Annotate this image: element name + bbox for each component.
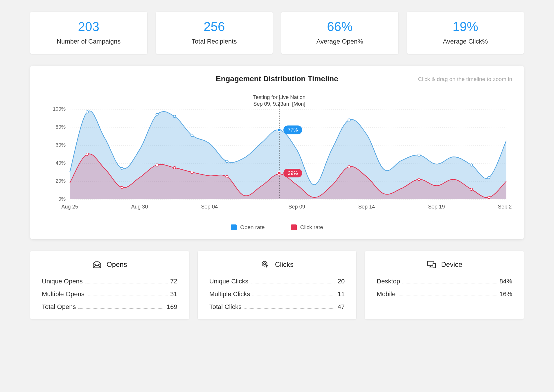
stat-card-campaigns: 203 Number of Campaigns	[30, 12, 147, 54]
row-label: Desktop	[377, 278, 400, 285]
svg-text:20%: 20%	[56, 178, 66, 184]
svg-text:77%: 77%	[288, 127, 298, 133]
stat-card-click-rate: 19% Average Click%	[407, 12, 524, 54]
row-value: 72	[170, 278, 177, 285]
card-title: Clicks	[275, 260, 294, 269]
legend-swatch-click	[291, 224, 297, 230]
chart-hint: Click & drag on the timeline to zoom in	[418, 76, 512, 82]
stat-value: 256	[159, 20, 270, 34]
row-value: 31	[170, 290, 177, 298]
stat-label: Total Recipients	[159, 38, 270, 45]
svg-text:Sep 19: Sep 19	[428, 204, 445, 210]
svg-point-27	[348, 166, 350, 168]
legend-label: Click rate	[300, 224, 323, 231]
svg-point-21	[191, 171, 193, 173]
svg-text:100%: 100%	[53, 106, 66, 112]
row-value: 20	[338, 278, 345, 285]
clicks-multiple: Multiple Clicks 11	[209, 290, 345, 298]
svg-text:Sep 09, 9:23am [Mon]: Sep 09, 9:23am [Mon]	[253, 101, 305, 107]
opens-multiple: Multiple Opens 31	[42, 290, 177, 298]
svg-text:0%: 0%	[58, 196, 66, 202]
row-label: Unique Opens	[42, 278, 83, 285]
device-mobile: Mobile 16%	[377, 290, 512, 298]
opens-unique: Unique Opens 72	[42, 278, 177, 285]
row-label: Unique Clicks	[209, 278, 249, 285]
engagement-chart[interactable]: 0%20%40%60%80%100%Aug 25Aug 30Sep 04Sep …	[42, 92, 512, 217]
svg-text:Aug 30: Aug 30	[131, 204, 148, 210]
card-title: Device	[441, 260, 462, 269]
device-desktop: Desktop 84%	[377, 278, 512, 285]
legend-label: Open rate	[240, 224, 265, 231]
chart-legend: Open rate Click rate	[42, 224, 512, 231]
svg-text:Testing for Live Nation: Testing for Live Nation	[253, 94, 305, 100]
detail-row: Opens Unique Opens 72 Multiple Opens 31 …	[30, 251, 524, 319]
svg-point-12	[86, 111, 89, 113]
svg-text:Sep 09: Sep 09	[288, 204, 305, 210]
row-value: 11	[338, 290, 345, 298]
engagement-chart-card: Engagement Distribution Timeline Click &…	[30, 66, 524, 239]
svg-text:Sep 04: Sep 04	[201, 204, 218, 210]
svg-point-31	[470, 188, 473, 190]
svg-text:Aug 25: Aug 25	[61, 204, 78, 210]
svg-point-51	[264, 263, 266, 265]
stat-label: Average Click%	[410, 38, 521, 45]
svg-point-28	[418, 154, 420, 156]
row-label: Mobile	[377, 290, 395, 298]
cursor-click-icon	[260, 260, 270, 269]
svg-point-45	[278, 172, 281, 175]
opens-total: Total Opens 169	[42, 303, 177, 311]
stat-label: Average Open%	[284, 38, 395, 45]
svg-text:Sep 14: Sep 14	[358, 204, 375, 210]
stat-value: 19%	[410, 20, 521, 34]
svg-point-13	[86, 153, 89, 155]
row-value: 169	[167, 303, 177, 311]
envelope-open-icon	[92, 260, 102, 269]
legend-swatch-open	[231, 224, 237, 230]
clicks-card: Clicks Unique Clicks 20 Multiple Clicks …	[198, 251, 357, 319]
svg-point-33	[488, 196, 490, 199]
row-value: 16%	[499, 290, 512, 298]
stat-label: Number of Campaigns	[33, 38, 144, 45]
legend-open-rate[interactable]: Open rate	[231, 224, 265, 231]
svg-text:29%: 29%	[288, 171, 298, 176]
stat-value: 203	[33, 20, 144, 34]
svg-text:80%: 80%	[56, 124, 66, 130]
stats-row: 203 Number of Campaigns 256 Total Recipi…	[30, 12, 524, 54]
svg-rect-53	[433, 263, 436, 268]
svg-point-19	[173, 167, 176, 169]
row-label: Total Opens	[42, 303, 76, 311]
row-value: 84%	[499, 278, 512, 285]
svg-point-23	[226, 176, 228, 178]
clicks-unique: Unique Clicks 20	[209, 278, 345, 285]
clicks-total: Total Clicks 47	[209, 303, 345, 311]
svg-text:Sep 24: Sep 24	[498, 204, 512, 210]
opens-card: Opens Unique Opens 72 Multiple Opens 31 …	[30, 251, 189, 319]
svg-point-14	[121, 168, 123, 170]
svg-text:60%: 60%	[56, 142, 66, 148]
chart-title: Engagement Distribution Timeline	[216, 74, 338, 83]
svg-point-22	[226, 160, 228, 163]
devices-icon	[427, 260, 436, 269]
stat-card-open-rate: 66% Average Open%	[281, 12, 398, 54]
svg-point-17	[156, 164, 159, 166]
svg-point-16	[156, 114, 159, 116]
row-label: Multiple Clicks	[209, 290, 250, 298]
legend-click-rate[interactable]: Click rate	[291, 224, 323, 231]
row-value: 47	[338, 303, 345, 311]
row-label: Total Clicks	[209, 303, 242, 311]
row-label: Multiple Opens	[42, 290, 84, 298]
svg-point-29	[418, 178, 420, 181]
svg-point-32	[488, 177, 490, 179]
svg-point-30	[470, 164, 473, 166]
svg-text:40%: 40%	[56, 160, 66, 166]
svg-point-44	[278, 128, 281, 132]
device-card: Device Desktop 84% Mobile 16%	[365, 251, 524, 319]
svg-point-15	[121, 186, 123, 189]
svg-point-20	[191, 134, 193, 136]
stat-card-recipients: 256 Total Recipients	[156, 12, 273, 54]
card-title: Opens	[107, 260, 127, 269]
svg-point-18	[173, 115, 176, 118]
svg-point-26	[348, 119, 350, 121]
stat-value: 66%	[284, 20, 395, 34]
